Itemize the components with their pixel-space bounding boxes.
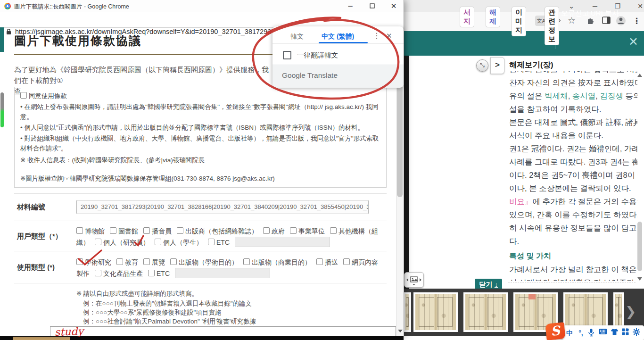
etc-input[interactable] [235,237,330,247]
checkbox-option[interactable]: 圖書館 [110,227,139,235]
checkbox-option[interactable]: 播送 [316,258,339,266]
ime-skin-shirt-icon[interactable] [611,328,620,338]
thumbnail-image [465,294,506,330]
ime-keyboard-icon[interactable] [599,328,608,338]
popup-scrollbar-thumb[interactable] [397,71,403,197]
header-button-해제[interactable]: 해제 [486,7,500,27]
popup-minimize-icon[interactable]: ─ [343,1,357,11]
panel-text-line: 서식이 주요 내용을 이룬다. [509,129,637,142]
panel-text-line: 찬자의 견해를 부기하는 형식으로 서술하였다. [509,71,637,76]
translate-options-dots-icon[interactable]: ⋮ [373,31,380,40]
checkbox-option[interactable]: ETC [148,270,171,277]
panel-title: 해제보기(장) [509,60,603,70]
ime-settings-gear-icon[interactable] [633,328,642,338]
tab-korean[interactable]: 韓文 [290,33,304,41]
agree-checkbox[interactable] [20,92,27,99]
checkbox-option[interactable]: 個人（學生） [155,239,204,246]
ime-chinese-mode-icon[interactable]: 中 [565,328,574,338]
entity-link[interactable]: 송시열 [572,91,596,100]
panel-text-line: 있으며, 간혹 이를 수정하기도 하였다. 특 [509,208,637,221]
sogou-logo-icon[interactable]: S [545,322,565,340]
checkbox-option[interactable]: 文化產品生產 [95,270,144,277]
checkbox-option[interactable]: 出版物（商業目的） [243,258,312,266]
tab-chinese-traditional[interactable]: 中文 (繁體) [322,33,354,41]
checkbox-option[interactable]: 政府 [263,227,286,235]
panel-text-line: 설을 참고하여 기록하였다. [509,102,637,116]
panel-scrollbar[interactable] [637,222,642,271]
viewer-close-icon[interactable]: ✕ [628,35,638,49]
checkbox[interactable] [76,258,83,265]
etc-input[interactable] [175,268,270,278]
panel-text-line: 다. [509,234,637,248]
checkbox-option[interactable]: 出版物（學術目的） [170,258,239,266]
checkbox-label: 政府 [272,227,285,235]
panel-text-line: 이다. 2책은 권5~7이 喪禮이며 권8이 祭禮 [509,168,637,182]
expand-icon[interactable]: ⤡ [476,59,488,72]
checkbox[interactable] [177,227,183,234]
checkbox-option[interactable]: 出版商（包括網絡雜誌） [177,227,259,235]
panel-open-chevron[interactable]: > [490,57,504,74]
checkbox-option[interactable]: 個人（研究員） [95,239,150,246]
checkbox-option[interactable]: 播音員 [143,227,173,235]
terms-bullets: • 在網站上發布張書閣原圖時，請註明出處為"韓國學研究院張書閣合集"，並鏈接至"… [20,102,380,153]
copyright-note: ※圖片版權查詢☞韓國學研究院張瑞閣數據保存管理組(031-730-8874, 8… [20,174,380,183]
checkbox[interactable] [208,239,215,245]
checkbox-option[interactable]: 教育 [116,258,139,266]
entity-link[interactable]: 박세채 [545,91,568,100]
checkbox[interactable] [95,270,101,276]
entity-link[interactable]: 『상례 [633,184,637,192]
header-button-관련정보[interactable]: 관련정보 [545,7,559,45]
panel-scroll-down-icon[interactable] [637,277,642,281]
checkbox-option[interactable]: 學術研究 [76,258,112,266]
entity-link[interactable]: 김장생 [600,91,624,100]
translate-close-icon[interactable]: ✕ [386,32,392,40]
checkbox[interactable] [330,227,337,234]
checkbox-option[interactable]: 展覽 [143,258,166,266]
checkbox[interactable] [316,258,323,265]
popup-scroll-down-icon[interactable] [398,330,403,332]
checkbox-option[interactable]: 事業單位 [290,227,326,235]
book-page-thumbnail[interactable] [413,292,458,332]
ime-punctuation-icon[interactable]: °, [576,328,586,338]
header-button-이미지[interactable]: 이미지 [512,7,526,36]
checkbox-label: 展覽 [152,258,165,266]
checkbox[interactable] [116,258,123,265]
checkbox-label: ETC [157,270,170,277]
material-id-input[interactable]: 20190_32701_3817293|20190_32701_3828166|… [76,200,369,214]
filmstrip-next-icon[interactable]: ❯ [625,304,636,319]
checkbox[interactable] [95,239,101,245]
ime-microphone-icon[interactable] [587,328,597,338]
checkbox[interactable] [76,227,83,234]
usage-textarea[interactable] [50,326,396,336]
error-report-link[interactable]: 오류신고 [561,9,589,18]
ime-toolbox-grid-icon[interactable] [622,328,631,338]
checkbox[interactable] [343,258,350,265]
menu-dots-icon[interactable]: ⋮ [633,16,641,26]
checkbox[interactable] [243,258,250,265]
checkbox-label: 事業單位 [298,227,325,235]
header-button-서지[interactable]: 서지 [460,7,474,27]
checkbox[interactable] [155,239,161,245]
checkbox[interactable] [290,227,297,234]
book-page-thumbnail[interactable] [404,292,411,332]
entity-link[interactable]: 비요』 [509,197,533,206]
image-nav-widget[interactable] [404,272,424,288]
checkbox-label: 出版物（學術目的） [179,258,238,266]
checkbox[interactable] [110,227,116,234]
popup-close-icon[interactable]: ✕ [387,1,401,11]
checkbox[interactable] [143,258,150,265]
checkbox[interactable] [148,270,155,276]
checkbox[interactable] [170,258,177,265]
panel-text-line: 사례를 그대로 따랐다. 권3과 권4는 喪禮 [509,155,637,168]
always-translate-checkbox[interactable] [283,51,291,59]
checkbox-option[interactable]: ETC [208,239,231,246]
panel-scroll-up-icon[interactable] [637,74,642,77]
terms-box: 同意使用條款 • 在網站上發布張書閣原圖時，請註明出處為"韓國學研究院張書閣合集… [14,87,387,188]
checkbox[interactable] [263,227,270,234]
url-copy-link[interactable]: URL복사 [591,9,619,18]
checkbox-option[interactable]: 博物館 [76,227,106,235]
close-icon[interactable]: ✕ [634,1,644,11]
checkbox[interactable] [143,227,150,234]
popup-maximize-icon[interactable] [365,1,379,11]
book-page-thumbnail[interactable] [463,292,508,332]
